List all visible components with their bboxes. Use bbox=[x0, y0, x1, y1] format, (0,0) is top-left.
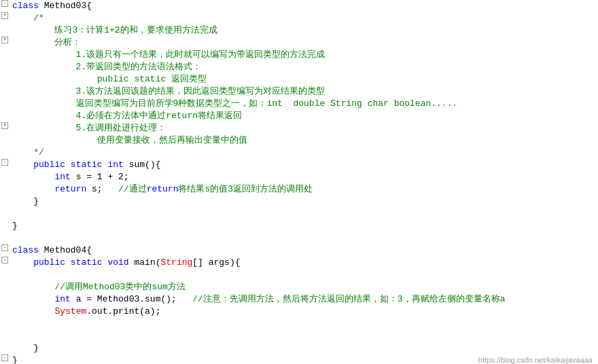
code-line: - public static int sum(){ bbox=[0, 159, 598, 171]
line-content: */ bbox=[10, 147, 598, 159]
code-line: 返回类型编写为目前所学9种数据类型之一，如：int double String … bbox=[0, 98, 598, 110]
line-content: int a = Method03.sum(); //注意：先调用方法，然后将方法… bbox=[10, 293, 598, 306]
line-gutter-icon[interactable]: + bbox=[0, 37, 10, 43]
line-content: public static 返回类型 bbox=[10, 73, 598, 86]
line-content: 2.带返回类型的方法语法格式： bbox=[10, 61, 598, 73]
line-gutter-icon[interactable]: - bbox=[0, 354, 10, 361]
code-line: -class Method03{ bbox=[0, 0, 598, 12]
code-line bbox=[0, 318, 598, 330]
line-content: class Method04{ bbox=[10, 244, 598, 257]
code-line: + 5.在调用处进行处理： bbox=[0, 122, 598, 134]
code-line: - public static void main(String[] args)… bbox=[0, 257, 598, 269]
line-gutter-icon[interactable]: + bbox=[0, 12, 10, 19]
line-content: } bbox=[10, 342, 598, 354]
code-editor: -class Method03{+ /* 练习3：计算1+2的和，要求使用方法完… bbox=[0, 0, 598, 364]
line-gutter-icon[interactable]: + bbox=[0, 122, 10, 129]
line-content: } bbox=[10, 220, 598, 232]
line-content: public static int sum(){ bbox=[10, 159, 598, 171]
watermark: https://blog.csdn.net/kaikaijavaaaa bbox=[478, 356, 593, 364]
code-line: } bbox=[0, 342, 598, 354]
code-line: 使用变量接收，然后再输出变量中的值 bbox=[0, 134, 598, 147]
code-line: //调用Method03类中的sum方法 bbox=[0, 281, 598, 293]
code-line: return s; //通过return将结果s的值3返回到方法的调用处 bbox=[0, 183, 598, 196]
code-line: } bbox=[0, 220, 598, 232]
line-content: 练习3：计算1+2的和，要求使用方法完成 bbox=[10, 24, 598, 37]
code-line bbox=[0, 208, 598, 220]
line-content: 分析： bbox=[10, 37, 598, 49]
line-content: 3.该方法返回该题的结果，因此返回类型编写为对应结果的类型 bbox=[10, 86, 598, 98]
code-line bbox=[0, 232, 598, 244]
code-line: System.out.print(a); bbox=[0, 306, 598, 318]
line-content: 返回类型编写为目前所学9种数据类型之一，如：int double String … bbox=[10, 98, 598, 110]
line-gutter-icon[interactable]: - bbox=[0, 0, 10, 7]
code-line: -class Method04{ bbox=[0, 244, 598, 257]
code-line: } bbox=[0, 196, 598, 208]
code-lines: -class Method03{+ /* 练习3：计算1+2的和，要求使用方法完… bbox=[0, 0, 598, 364]
line-content: int s = 1 + 2; bbox=[10, 171, 598, 183]
line-gutter-icon[interactable]: - bbox=[0, 257, 10, 263]
code-line: int a = Method03.sum(); //注意：先调用方法，然后将方法… bbox=[0, 293, 598, 306]
code-line: + 分析： bbox=[0, 37, 598, 49]
line-content: class Method03{ bbox=[10, 0, 598, 12]
code-line: int s = 1 + 2; bbox=[0, 171, 598, 183]
code-line: 练习3：计算1+2的和，要求使用方法完成 bbox=[0, 24, 598, 37]
line-content: System.out.print(a); bbox=[10, 306, 598, 318]
line-content: //调用Method03类中的sum方法 bbox=[10, 281, 598, 293]
line-content: 5.在调用处进行处理： bbox=[10, 122, 598, 134]
code-line: 4.必须在方法体中通过return将结果返回 bbox=[0, 110, 598, 122]
code-line: public static 返回类型 bbox=[0, 73, 598, 86]
line-gutter-icon[interactable]: - bbox=[0, 159, 10, 166]
line-content: } bbox=[10, 196, 598, 208]
code-line bbox=[0, 330, 598, 342]
code-line: */ bbox=[0, 147, 598, 159]
line-content: return s; //通过return将结果s的值3返回到方法的调用处 bbox=[10, 183, 598, 196]
line-content: /* bbox=[10, 12, 598, 24]
code-line: 1.该题只有一个结果，此时就可以编写为带返回类型的方法完成 bbox=[0, 49, 598, 61]
line-content: 4.必须在方法体中通过return将结果返回 bbox=[10, 110, 598, 122]
code-line: 2.带返回类型的方法语法格式： bbox=[0, 61, 598, 73]
code-line bbox=[0, 269, 598, 281]
line-content: public static void main(String[] args){ bbox=[10, 257, 598, 269]
line-gutter-icon[interactable]: - bbox=[0, 244, 10, 251]
code-line: 3.该方法返回该题的结果，因此返回类型编写为对应结果的类型 bbox=[0, 86, 598, 98]
line-content: 使用变量接收，然后再输出变量中的值 bbox=[10, 134, 598, 147]
code-line: + /* bbox=[0, 12, 598, 24]
line-content: 1.该题只有一个结果，此时就可以编写为带返回类型的方法完成 bbox=[10, 49, 598, 61]
